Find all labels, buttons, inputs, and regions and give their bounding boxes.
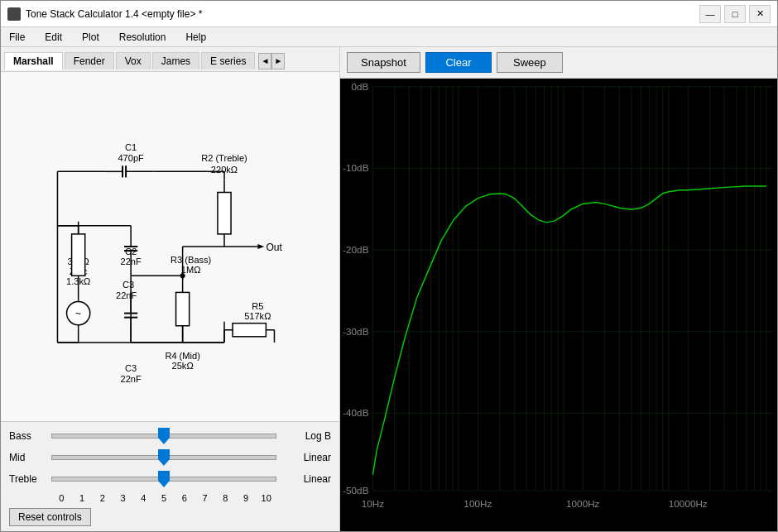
menu-resolution[interactable]: Resolution (114, 30, 171, 45)
circuit-area: C1 470pF R2 (Treble) 220kΩ (1, 72, 339, 421)
svg-point-73 (180, 273, 185, 278)
svg-text:R3 (Bass): R3 (Bass) (170, 255, 211, 265)
svg-text:-10dB: -10dB (343, 162, 368, 173)
scale-1: 1 (72, 493, 93, 503)
menu-bar: File Edit Plot Resolution Help (1, 27, 777, 47)
clear-button[interactable]: Clear (425, 52, 492, 73)
treble-thumb[interactable] (158, 471, 170, 487)
scale-10: 10 (256, 493, 276, 503)
svg-text:1000Hz: 1000Hz (566, 498, 600, 509)
svg-text:-30dB: -30dB (343, 326, 368, 337)
svg-text:10Hz: 10Hz (362, 498, 384, 509)
bass-thumb[interactable] (158, 428, 170, 444)
svg-text:C3: C3 (125, 363, 137, 373)
scale-0: 0 (51, 493, 72, 503)
controls-area: Bass Log B Mid Linear Treble (1, 421, 339, 531)
svg-text:100Hz: 100Hz (463, 498, 492, 509)
svg-text:Out: Out (266, 242, 282, 253)
svg-text:470pF: 470pF (118, 153, 144, 163)
svg-rect-55 (176, 292, 190, 325)
scale-8: 8 (215, 493, 236, 503)
window-controls: — □ ✕ (699, 5, 771, 23)
mid-right-label: Linear (281, 452, 331, 463)
tab-arrow-right[interactable]: ► (271, 53, 285, 69)
svg-text:C3: C3 (122, 280, 134, 290)
tabs-row: Marshall Fender Vox James E series ◄ ► (1, 47, 339, 72)
svg-text:R2 (Treble): R2 (Treble) (201, 153, 247, 163)
svg-text:R5: R5 (252, 301, 263, 311)
tab-eseries[interactable]: E series (201, 52, 255, 69)
mid-label: Mid (9, 452, 46, 463)
tab-fender[interactable]: Fender (65, 52, 114, 69)
menu-edit[interactable]: Edit (40, 30, 67, 45)
scale-2: 2 (92, 493, 113, 503)
bass-track[interactable] (51, 434, 276, 439)
close-button[interactable]: ✕ (749, 5, 771, 23)
scale-4: 4 (133, 493, 154, 503)
main-content: Marshall Fender Vox James E series ◄ ► C… (1, 47, 777, 531)
bass-slider-row: Bass Log B (9, 427, 331, 445)
svg-text:22nF: 22nF (121, 374, 142, 384)
tab-james[interactable]: James (152, 52, 199, 69)
scale-7: 7 (194, 493, 215, 503)
right-panel: Snapshot Clear Sweep (340, 47, 777, 531)
svg-rect-60 (233, 324, 266, 337)
svg-rect-0 (7, 126, 333, 367)
left-panel: Marshall Fender Vox James E series ◄ ► C… (1, 47, 340, 531)
menu-file[interactable]: File (4, 30, 30, 45)
app-icon (7, 7, 21, 21)
window-title: Tone Stack Calculator 1.4 <empty file> * (26, 8, 202, 20)
svg-text:-20dB: -20dB (343, 244, 368, 255)
sweep-button[interactable]: Sweep (497, 52, 563, 73)
scale-6: 6 (174, 493, 194, 503)
svg-text:10000Hz: 10000Hz (669, 498, 708, 509)
circuit-diagram: C1 470pF R2 (Treble) 220kΩ (7, 79, 333, 415)
svg-text:-50dB: -50dB (343, 485, 368, 496)
tab-marshall[interactable]: Marshall (4, 52, 63, 70)
treble-track[interactable] (51, 477, 276, 482)
bass-label: Bass (9, 430, 46, 442)
mid-thumb[interactable] (158, 449, 170, 466)
menu-plot[interactable]: Plot (77, 30, 104, 45)
scale-5: 5 (154, 493, 175, 503)
svg-rect-74 (344, 79, 773, 531)
main-window: Tone Stack Calculator 1.4 <empty file> *… (0, 0, 778, 532)
snapshot-button[interactable]: Snapshot (347, 52, 420, 73)
svg-text:517kΩ: 517kΩ (244, 311, 271, 321)
scale-9: 9 (236, 493, 257, 503)
title-bar-left: Tone Stack Calculator 1.4 <empty file> * (7, 7, 202, 21)
svg-text:1MΩ: 1MΩ (181, 265, 201, 275)
treble-right-label: Linear (281, 473, 331, 485)
maximize-button[interactable]: □ (724, 5, 746, 23)
reset-controls-button[interactable]: Reset controls (9, 508, 91, 526)
bass-right-label: Log B (281, 430, 331, 442)
title-bar: Tone Stack Calculator 1.4 <empty file> *… (1, 1, 777, 27)
svg-text:25kΩ: 25kΩ (172, 361, 194, 371)
svg-text:C1: C1 (125, 142, 137, 152)
treble-slider-row: Treble Linear (9, 470, 331, 488)
minimize-button[interactable]: — (699, 5, 721, 23)
treble-label: Treble (9, 473, 46, 485)
scale-3: 3 (113, 493, 133, 503)
tab-arrow-left[interactable]: ◄ (258, 53, 271, 69)
plot-canvas: 0dB -10dB -20dB -30dB -40dB -50dB 10Hz 1… (340, 79, 777, 531)
plot-toolbar: Snapshot Clear Sweep (340, 47, 777, 79)
menu-help[interactable]: Help (180, 30, 211, 45)
plot-area: 0dB -10dB -20dB -30dB -40dB -50dB 10Hz 1… (340, 79, 777, 531)
svg-text:~: ~ (75, 308, 81, 319)
svg-rect-27 (72, 234, 85, 276)
svg-text:-40dB: -40dB (343, 407, 368, 418)
svg-text:R4 (Mid): R4 (Mid) (165, 351, 199, 361)
svg-text:0dB: 0dB (352, 81, 369, 92)
mid-track[interactable] (51, 455, 276, 460)
tab-vox[interactable]: Vox (116, 52, 151, 69)
tab-arrows: ◄ ► (258, 53, 285, 69)
svg-text:22nF: 22nF (116, 290, 137, 300)
scale-row: 0 1 2 3 4 5 6 7 8 9 10 (9, 491, 276, 505)
svg-rect-12 (218, 193, 231, 234)
mid-slider-row: Mid Linear (9, 448, 331, 467)
